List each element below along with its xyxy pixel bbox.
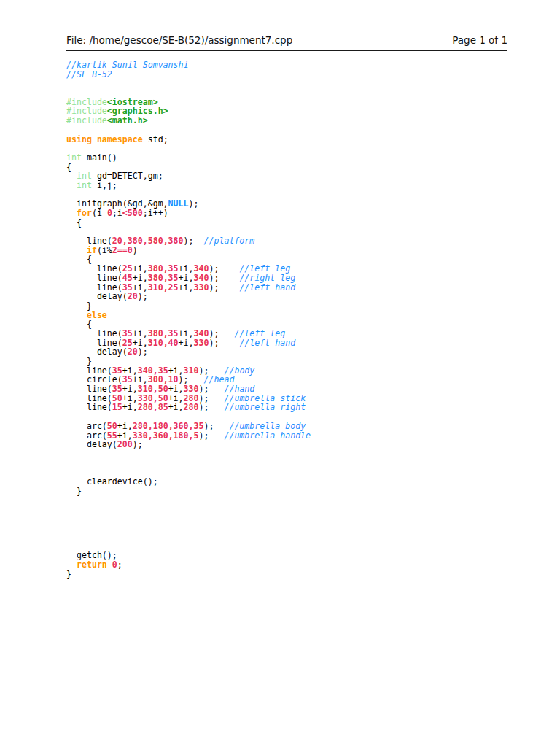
code-token: 330 [194, 338, 209, 348]
code-token [66, 180, 77, 190]
code-token: <500 [122, 208, 143, 218]
code-token: i,j; [92, 180, 117, 190]
code-token: ); [209, 338, 240, 348]
code-token: ); [209, 282, 240, 293]
code-line: else [66, 311, 560, 320]
code-token: 200 [117, 439, 133, 449]
code-token: +i, [168, 402, 184, 412]
code-token: ;i++) [143, 208, 168, 218]
code-line [66, 449, 560, 459]
code-token: 310,40 [148, 338, 179, 348]
code-token: std; [143, 134, 168, 144]
code-token [92, 134, 97, 144]
code-line: for(i=0;i<500;i++) [66, 209, 560, 218]
code-line [66, 533, 560, 542]
code-token: ); [199, 402, 225, 412]
code-line [66, 79, 560, 88]
code-line: return 0; [66, 560, 560, 570]
code-token: 310,25 [148, 282, 179, 293]
code-line: { [66, 218, 560, 228]
code-token: +i, [122, 402, 138, 412]
document-page: File: /home/gescoe/SE-B(52)/assignment7.… [0, 0, 560, 747]
code-token: ); [138, 291, 148, 301]
code-line: } [66, 301, 560, 311]
code-line: delay(20); [66, 292, 560, 301]
code-token: NULL [168, 198, 189, 209]
code-token: 20 [128, 291, 138, 301]
code-listing: //kartik Sunil Somvanshi//SE B-52 #inclu… [66, 61, 560, 579]
code-line: } [66, 487, 560, 496]
code-token: } [66, 569, 71, 579]
code-token: main() [82, 152, 117, 163]
code-line [66, 505, 560, 514]
code-token: #include [66, 115, 107, 125]
code-token: 20 [128, 347, 138, 357]
code-line: delay(20); [66, 347, 560, 357]
code-line: line(15+i,280,85+i,280); //umbrella righ… [66, 403, 560, 412]
code-token: 330 [194, 282, 209, 293]
code-token: 2==0 [112, 245, 133, 255]
code-token: <math.h> [107, 115, 148, 125]
code-line [66, 523, 560, 533]
code-line: getch(); [66, 551, 560, 560]
code-line: int i,j; [66, 181, 560, 190]
code-line: int gd=DETECT,gm; [66, 171, 560, 181]
code-line [66, 514, 560, 524]
code-token: ; [117, 560, 122, 570]
code-token: 15 [112, 402, 122, 412]
code-token: ); [184, 236, 204, 246]
code-token: 280 [184, 402, 199, 412]
code-line: //kartik Sunil Somvanshi [66, 61, 560, 70]
code-token: (i= [92, 208, 107, 218]
code-line: delay(200); [66, 440, 560, 449]
code-line: line(20,380,580,380); //platform [66, 236, 560, 246]
code-line [66, 495, 560, 505]
code-line [66, 459, 560, 468]
code-token: return [77, 560, 107, 570]
code-token: ); [199, 430, 225, 441]
code-token: ); [138, 347, 148, 357]
code-token: line( [66, 402, 112, 412]
page-number-label: Page 1 of 1 [452, 34, 508, 47]
code-token: +i, [179, 338, 194, 348]
code-token: ) [133, 245, 138, 255]
code-line: } [66, 570, 560, 579]
code-line: if(i%2==0) [66, 246, 560, 255]
code-token: ); [133, 439, 143, 449]
code-token: (i% [97, 245, 112, 255]
code-line: using namespace std; [66, 135, 560, 144]
code-token: //umbrella right [224, 402, 306, 412]
code-token: 0 [112, 560, 117, 570]
code-line: cleardevice(); [66, 477, 560, 487]
header-rule [66, 50, 508, 51]
page-header: File: /home/gescoe/SE-B(52)/assignment7.… [66, 0, 508, 47]
code-line: int main() [66, 153, 560, 163]
code-token: namespace [97, 134, 143, 144]
code-token [107, 560, 112, 570]
code-token: //SE B-52 [66, 69, 112, 80]
code-line [66, 144, 560, 153]
code-token: ;i [112, 208, 122, 218]
code-token: //left hand [239, 282, 295, 293]
code-token: ); [189, 198, 199, 209]
code-token: int [77, 180, 92, 190]
code-token: //platform [203, 236, 254, 246]
code-token: delay( [66, 439, 117, 449]
code-token: 0 [107, 208, 112, 218]
code-token: //umbrella handle [224, 430, 311, 441]
code-line: #include<math.h> [66, 116, 560, 125]
code-token: //left hand [239, 338, 295, 348]
code-token: +i, [179, 282, 194, 293]
code-line: //SE B-52 [66, 70, 560, 80]
code-line [66, 542, 560, 551]
code-token: 280,85 [138, 402, 168, 412]
file-path-label: File: /home/gescoe/SE-B(52)/assignment7.… [66, 34, 292, 47]
